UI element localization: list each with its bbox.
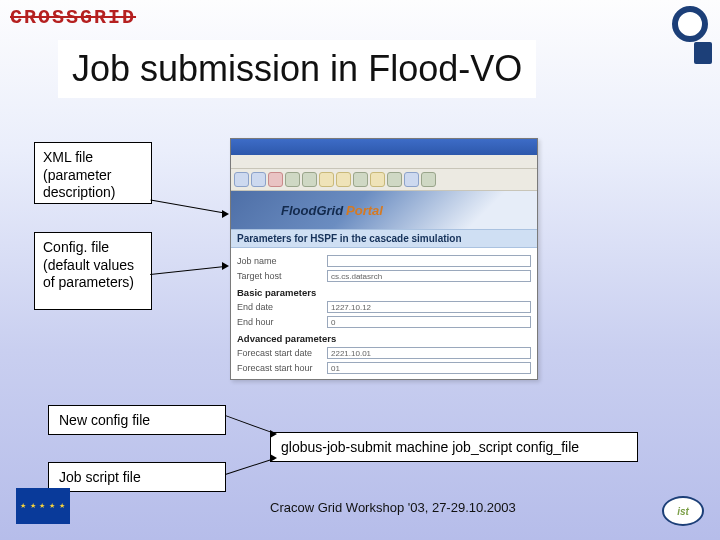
toolbar-hist-icon <box>353 172 368 187</box>
footer-citation: Cracow Grid Workshop '03, 27-29.10.2003 <box>270 500 516 515</box>
target-label: Target host <box>237 271 327 281</box>
browser-titlebar <box>231 139 537 155</box>
fcstart-input[interactable]: 2221.10.01 <box>327 347 531 359</box>
arrow-cfg-to-portal <box>150 266 225 275</box>
globus-command-box: globus-job-submit machine job_script con… <box>270 432 638 462</box>
arrowhead-1 <box>222 210 229 218</box>
new-config-box: New config file <box>48 405 226 435</box>
ist-logo: ist <box>662 496 704 526</box>
toolbar-fav-icon <box>336 172 351 187</box>
crossgrid-logo: CROSSGRID <box>10 6 136 29</box>
arrowhead-3 <box>270 430 277 438</box>
fchour-label: Forecast start hour <box>237 363 327 373</box>
toolbar-back-icon <box>234 172 249 187</box>
job-script-box: Job script file <box>48 462 226 492</box>
toolbar-refresh-icon <box>285 172 300 187</box>
toolbar-discuss-icon <box>421 172 436 187</box>
browser-toolbar <box>231 169 537 191</box>
portal-banner: FloodGrid Portal <box>231 191 537 229</box>
endhour-input[interactable]: 0 <box>327 316 531 328</box>
jobname-label: Job name <box>237 256 327 266</box>
arrow-newcfg-to-cmd <box>225 415 274 434</box>
enddate-input[interactable]: 1227.10.12 <box>327 301 531 313</box>
browser-menubar <box>231 155 537 169</box>
portal-form: Job name Target host cs.cs.datasrch Basi… <box>231 248 537 381</box>
toolbar-home-icon <box>302 172 317 187</box>
eu-stars: ★ ★ ★ ★ ★ <box>20 502 67 510</box>
portal-section-title: Parameters for HSPF in the cascade simul… <box>231 229 537 248</box>
endhour-label: End hour <box>237 317 327 327</box>
toolbar-edit-icon <box>404 172 419 187</box>
adv-params-heading: Advanced parameters <box>237 333 531 344</box>
target-input[interactable]: cs.cs.datasrch <box>327 270 531 282</box>
eu-flag-icon: ★ ★ ★ ★ ★ <box>16 488 70 524</box>
toolbar-mail-icon <box>370 172 385 187</box>
arrowhead-2 <box>222 262 229 270</box>
jobname-input[interactable] <box>327 255 531 267</box>
toolbar-print-icon <box>387 172 402 187</box>
xml-file-box: XML file (parameter description) <box>34 142 152 204</box>
portal-screenshot: FloodGrid Portal Parameters for HSPF in … <box>230 138 538 380</box>
arrowhead-4 <box>270 454 277 462</box>
toolbar-search-icon <box>319 172 334 187</box>
enddate-label: End date <box>237 302 327 312</box>
org-circle-logo <box>672 6 708 42</box>
banner-portal: Portal <box>346 203 383 218</box>
toolbar-stop-icon <box>268 172 283 187</box>
banner-floodgrid: FloodGrid <box>281 203 343 218</box>
fcstart-label: Forecast start date <box>237 348 327 358</box>
arrow-xml-to-portal <box>150 199 224 213</box>
basic-params-heading: Basic parameters <box>237 287 531 298</box>
toolbar-forward-icon <box>251 172 266 187</box>
arrow-script-to-cmd <box>225 458 275 475</box>
fchour-input[interactable]: 01 <box>327 362 531 374</box>
slide-title: Job submission in Flood-VO <box>58 40 536 98</box>
config-file-box: Config. file (default values of paramete… <box>34 232 152 310</box>
